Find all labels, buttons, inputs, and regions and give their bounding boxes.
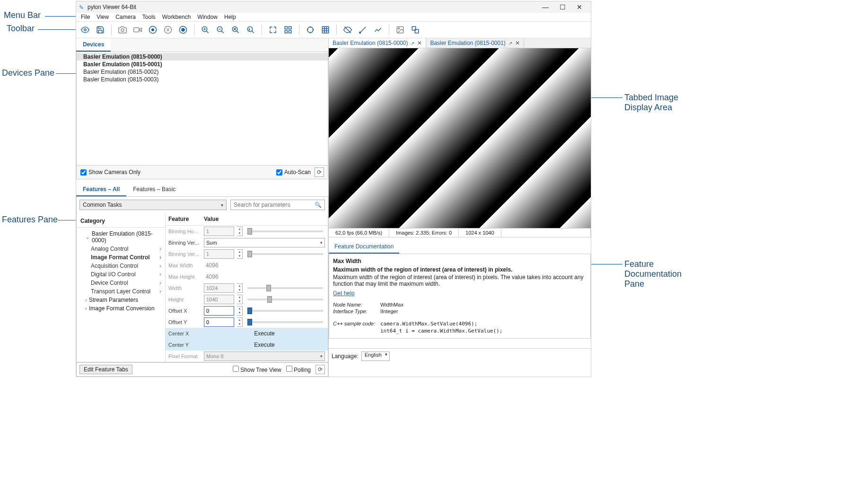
doc-tab[interactable]: Feature Documentation [329, 240, 399, 254]
features-tab-all[interactable]: Features – All [76, 183, 126, 196]
zoom-reset-icon[interactable]: 1 [245, 25, 256, 35]
menu-tools[interactable]: Tools [142, 14, 156, 20]
menu-workbench[interactable]: Workbench [162, 14, 191, 20]
binning-ver-mode-select[interactable]: Sum [204, 238, 325, 247]
camera-icon[interactable] [117, 25, 128, 35]
search-input[interactable] [234, 202, 322, 208]
fullscreen-icon[interactable] [268, 25, 278, 35]
svg-rect-25 [285, 31, 287, 33]
search-input-wrapper[interactable]: 🔍 [230, 200, 325, 210]
language-select[interactable]: English [361, 351, 390, 361]
height-input[interactable] [204, 295, 234, 304]
height-slider[interactable] [247, 299, 323, 300]
minimize-button[interactable]: — [537, 1, 554, 13]
category-stream[interactable]: Stream Parameters [77, 296, 165, 304]
measure-icon[interactable] [358, 25, 368, 35]
refresh-devices-button[interactable]: ⟳ [315, 167, 324, 177]
center-x-execute[interactable]: Execute [204, 330, 325, 337]
feature-label: Height [168, 297, 204, 302]
close-tab-icon[interactable]: ✕ [515, 40, 520, 46]
maximize-button[interactable]: ☐ [554, 1, 571, 13]
category-root[interactable]: Basler Emulation (0815-0000) [77, 229, 165, 245]
binning-ver-slider[interactable] [247, 253, 323, 255]
svg-point-5 [151, 28, 154, 31]
zoom-fit-icon[interactable] [230, 25, 241, 35]
spinner[interactable]: ▲▼ [237, 249, 243, 259]
image-tab-0[interactable]: Basler Emulation (0815-0000) ↗ ✕ [329, 38, 426, 48]
close-tab-icon[interactable]: ✕ [417, 40, 422, 46]
annotation-features-pane: Features Pane [2, 215, 58, 225]
video-icon[interactable] [132, 25, 143, 35]
offset-y-input[interactable] [204, 317, 234, 327]
feature-label: Max Width [168, 263, 204, 268]
devices-tab[interactable]: Devices [76, 38, 111, 52]
polling-checkbox[interactable]: Polling [286, 366, 311, 373]
doc-help-link[interactable]: Get help [333, 290, 587, 297]
binning-ho-input[interactable] [204, 227, 234, 236]
crosshair-icon[interactable] [305, 25, 316, 35]
device-item[interactable]: Basler Emulation (0815-0000) [77, 53, 328, 61]
spinner[interactable]: ▲▼ [237, 283, 243, 293]
layers-icon[interactable] [410, 25, 421, 35]
device-item[interactable]: Basler Emulation (0815-0003) [77, 76, 328, 83]
binning-ho-slider[interactable] [247, 230, 323, 232]
width-input[interactable] [204, 283, 234, 293]
center-y-execute[interactable]: Execute [204, 342, 325, 348]
record-icon[interactable] [148, 25, 158, 35]
popout-icon[interactable]: ↗ [509, 41, 512, 46]
svg-rect-23 [285, 26, 287, 29]
menu-view[interactable]: View [96, 14, 109, 20]
spinner[interactable]: ▲▼ [237, 295, 243, 304]
doc-body: Max Width Maximum width of the region of… [329, 254, 591, 339]
device-item[interactable]: Basler Emulation (0815-0001) [77, 61, 328, 68]
offset-x-input[interactable] [204, 306, 234, 316]
svg-point-27 [307, 27, 313, 33]
popout-icon[interactable]: ↗ [411, 41, 414, 46]
width-slider[interactable] [247, 287, 323, 289]
show-tree-view-checkbox[interactable]: Show Tree View [233, 366, 281, 373]
feature-label: Max Height [168, 274, 204, 280]
pixel-format-select[interactable]: Mono 8 [204, 351, 325, 361]
offset-x-slider[interactable] [247, 310, 323, 312]
zoom-out-icon[interactable] [215, 25, 226, 35]
grid-icon[interactable] [283, 25, 293, 35]
category-analog[interactable]: Analog Control› [77, 245, 165, 253]
annotation-image-area: Tabbed Image Display Area [624, 93, 691, 113]
spinner[interactable]: ▲▼ [237, 227, 243, 236]
spinner[interactable]: ▲▼ [237, 317, 243, 327]
image-plus-icon[interactable] [395, 25, 405, 35]
zoom-in-icon[interactable] [200, 25, 210, 35]
spinner[interactable]: ▲▼ [237, 306, 243, 316]
max-width-value: 4096 [204, 262, 219, 269]
eye-off-icon[interactable] [342, 25, 353, 35]
image-tab-1[interactable]: Basler Emulation (0815-0001) ↗ ✕ [426, 38, 524, 48]
pause-icon[interactable] [163, 25, 173, 35]
auto-scan-checkbox[interactable]: Auto-Scan [276, 169, 311, 176]
stop-icon[interactable] [178, 25, 188, 35]
menu-help[interactable]: Help [224, 14, 236, 20]
edit-feature-tabs-button[interactable]: Edit Feature Tabs [79, 365, 132, 374]
category-acquisition[interactable]: Acquisition Control› [77, 262, 165, 270]
save-icon[interactable] [95, 25, 105, 35]
category-digital-io[interactable]: Digital I/O Control› [77, 270, 165, 279]
chart-icon[interactable] [373, 25, 383, 35]
category-image-conv[interactable]: Image Format Conversion [77, 304, 165, 313]
device-item[interactable]: Basler Emulation (0815-0002) [77, 68, 328, 76]
category-device[interactable]: Device Control› [77, 279, 165, 287]
category-image-format[interactable]: Image Format Control› [77, 253, 165, 262]
menu-file[interactable]: File [81, 14, 90, 20]
show-cameras-checkbox[interactable]: Show Cameras Only [80, 169, 140, 176]
features-tab-basic[interactable]: Features – Basic [126, 183, 182, 196]
menu-window[interactable]: Window [197, 14, 218, 20]
eye-icon[interactable] [80, 25, 90, 35]
grid-overlay-icon[interactable] [320, 25, 331, 35]
close-window-button[interactable]: ✕ [571, 1, 588, 13]
image-display-canvas[interactable] [329, 48, 591, 228]
common-tasks-combo[interactable]: Common Tasks [79, 200, 227, 210]
offset-y-slider[interactable] [247, 321, 323, 323]
refresh-features-button[interactable]: ⟳ [316, 365, 325, 374]
binning-ver-input[interactable] [204, 249, 234, 259]
menu-camera[interactable]: Camera [115, 14, 136, 20]
status-images: Images: 2.335; Errors: 0 [389, 228, 459, 237]
category-transport[interactable]: Transport Layer Control› [77, 287, 165, 296]
